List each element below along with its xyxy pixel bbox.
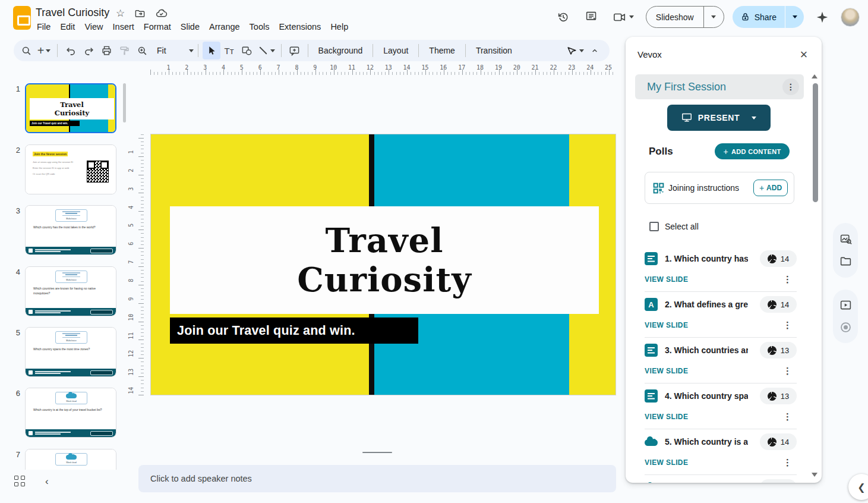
kebab-menu-icon[interactable]: ⋮ (783, 366, 792, 376)
slide-canvas[interactable]: Travel Curiosity Join our Travel quiz an… (150, 134, 616, 395)
theme-button[interactable]: Theme (423, 42, 461, 59)
lock-icon (741, 12, 750, 21)
menu-item[interactable]: Format (139, 20, 176, 33)
background-button[interactable]: Background (313, 42, 369, 59)
menu-item[interactable]: Help (326, 20, 353, 33)
view-slide-link[interactable]: VIEW SLIDE (645, 413, 688, 421)
slideshow-options-button[interactable] (703, 7, 724, 27)
comments-icon[interactable] (582, 7, 602, 27)
slide-thumbnail[interactable]: Join the Vevox session Join at vevox.app… (25, 144, 116, 194)
chevron-down-icon[interactable] (270, 49, 275, 52)
gemini-sparkle-icon[interactable] (812, 7, 832, 27)
pie-chart-icon (768, 346, 777, 355)
user-avatar[interactable] (841, 8, 860, 27)
notes-resize-handle[interactable] (362, 452, 392, 453)
slide-thumbnail[interactable]: Word cloud (25, 449, 116, 470)
presenter-view-icon[interactable] (839, 299, 852, 312)
new-slide-button[interactable]: + (35, 42, 53, 59)
slide-number: 6 (11, 389, 20, 398)
version-history-icon[interactable] (553, 7, 573, 27)
view-slide-link[interactable]: VIEW SLIDE (645, 275, 688, 284)
redo-icon[interactable] (80, 42, 97, 59)
document-title[interactable]: Travel Curiosity (36, 7, 109, 19)
panel-scroll-down-arrow[interactable] (812, 473, 818, 477)
side-rail-bottom (833, 290, 858, 343)
subtitle-text-box[interactable]: Join our Travel quiz and win. (170, 317, 418, 344)
line-tool-icon[interactable] (256, 42, 277, 59)
filmstrip-scrollbar[interactable] (123, 83, 126, 122)
chevron-down-icon[interactable] (752, 117, 756, 120)
record-icon[interactable] (839, 321, 852, 334)
view-slide-link[interactable]: VIEW SLIDE (645, 367, 688, 375)
slide-number: 1 (11, 84, 20, 93)
pen-tools-icon[interactable] (564, 42, 586, 59)
chevron-down-icon[interactable] (579, 49, 584, 52)
image-search-icon[interactable] (839, 233, 852, 246)
menu-item[interactable]: File (32, 20, 55, 33)
menu-item[interactable]: View (80, 20, 108, 33)
kebab-menu-icon[interactable]: ⋮ (783, 411, 792, 422)
select-tool-icon[interactable] (203, 42, 220, 59)
folder-icon[interactable] (839, 255, 852, 268)
undo-icon[interactable] (62, 42, 80, 59)
layout-button[interactable]: Layout (377, 42, 414, 59)
cloud-saved-icon[interactable] (155, 7, 168, 20)
polls-heading: Polls (649, 146, 673, 158)
share-options-button[interactable] (785, 6, 804, 28)
share-button[interactable]: Share (733, 6, 785, 28)
print-icon[interactable] (97, 42, 115, 59)
insert-comment-icon[interactable] (286, 42, 304, 59)
collapse-toolbar-icon[interactable] (586, 42, 604, 59)
menu-item[interactable]: Edit (55, 20, 80, 33)
slide-thumbnail[interactable]: Word cloud Which country is at the top o… (25, 388, 116, 438)
slide-thumbnail[interactable]: Multichoice Which country has the most l… (25, 205, 116, 255)
qr-code-icon (652, 182, 665, 194)
star-icon[interactable]: ☆ (116, 7, 125, 20)
poll-item: 4. Which country spans th 13 VIEW SLIDE … (645, 383, 797, 429)
slide-number: 3 (11, 206, 20, 215)
meet-camera-icon[interactable] (610, 7, 637, 27)
search-menus-icon[interactable] (17, 42, 35, 59)
slideshow-button[interactable]: Slideshow (646, 7, 703, 27)
kebab-menu-icon[interactable]: ⋮ (783, 274, 792, 285)
chevron-down-icon[interactable] (46, 49, 50, 52)
poll-title: 1. Which country has the (665, 254, 748, 263)
menu-item[interactable]: Slide (176, 20, 204, 33)
panel-scrollbar[interactable] (813, 83, 818, 202)
add-content-button[interactable]: ADD CONTENT (715, 143, 790, 159)
close-icon[interactable]: × (796, 46, 812, 63)
zoom-select[interactable]: Fit (151, 42, 172, 59)
google-slides-app: Travel Curiosity ☆ FileEditViewInsertFor… (0, 0, 868, 503)
slide-thumbnail[interactable]: Multichoice Which country spans the most… (25, 327, 116, 377)
menu-item[interactable]: Tools (245, 20, 274, 33)
paint-format-icon[interactable] (115, 42, 133, 59)
shape-tool-icon[interactable] (238, 42, 256, 59)
expand-side-panel-button[interactable]: ❮ (848, 474, 868, 500)
menu-item[interactable]: Extensions (274, 20, 326, 33)
panel-scroll-up-arrow[interactable] (812, 74, 818, 78)
title-text-box[interactable]: Travel Curiosity (170, 206, 599, 314)
add-joining-instructions-button[interactable]: ADD (753, 180, 788, 196)
menu-item[interactable]: Insert (108, 20, 139, 33)
menu-item[interactable]: Arrange (204, 20, 245, 33)
view-slide-link[interactable]: VIEW SLIDE (645, 321, 688, 329)
move-folder-icon[interactable] (134, 8, 146, 19)
grid-view-icon[interactable] (14, 476, 29, 490)
kebab-menu-icon[interactable]: ⋮ (783, 320, 792, 331)
session-menu-icon[interactable]: ⋮ (782, 78, 799, 95)
zoom-in-icon[interactable] (133, 42, 151, 59)
present-button[interactable]: PRESENT (667, 105, 771, 131)
slide-thumbnail[interactable]: TravelCuriosity Join our Travel quiz and… (25, 83, 116, 133)
transition-button[interactable]: Transition (470, 42, 518, 59)
view-slide-link[interactable]: VIEW SLIDE (645, 458, 688, 467)
kebab-menu-icon[interactable]: ⋮ (783, 457, 792, 468)
slide-thumbnail[interactable]: Multichoice Which countries are known fo… (25, 266, 116, 316)
chevron-down-icon[interactable] (189, 49, 194, 52)
text-box-tool-icon[interactable]: Tт (220, 42, 238, 59)
select-all-checkbox[interactable] (649, 222, 659, 231)
collapse-filmstrip-icon[interactable]: ‹ (45, 476, 49, 488)
speaker-notes-input[interactable]: Click to add speaker notes (138, 465, 616, 492)
plus-icon (724, 147, 728, 156)
chevron-down-icon[interactable] (629, 15, 634, 18)
slides-logo[interactable] (13, 6, 31, 30)
